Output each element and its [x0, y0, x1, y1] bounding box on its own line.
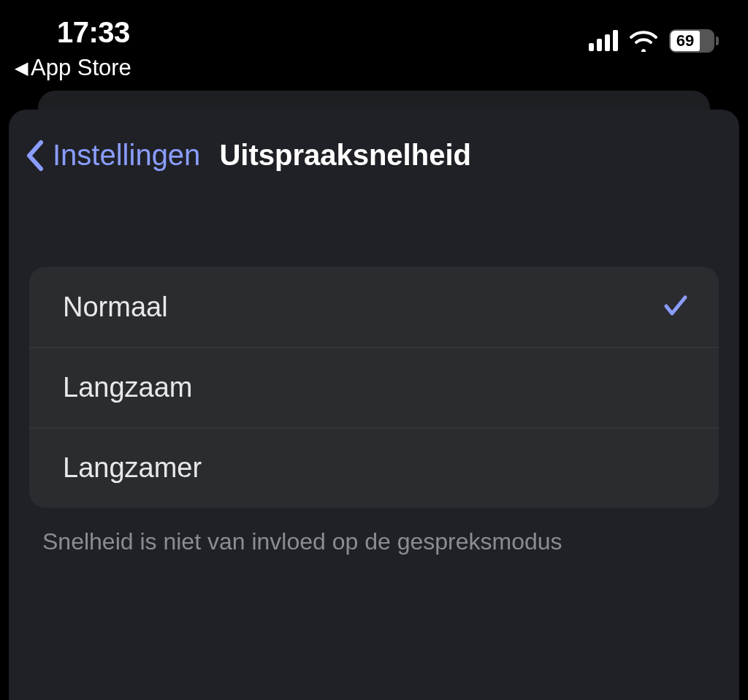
- back-to-app[interactable]: ◀ App Store: [15, 55, 131, 81]
- nav-header: Instellingen Uitspraaksnelheid: [9, 139, 739, 172]
- option-langzamer[interactable]: Langzamer: [29, 427, 719, 508]
- back-label[interactable]: Instellingen: [53, 139, 200, 172]
- checkmark-icon: [662, 292, 690, 322]
- option-label: Langzamer: [63, 452, 202, 484]
- back-to-app-label: App Store: [31, 55, 131, 81]
- clock: 17:33: [57, 16, 131, 49]
- battery-percentage: 69: [676, 31, 694, 50]
- status-bar: 17:33 ◀ App Store 69: [0, 0, 748, 51]
- battery-indicator: 69: [669, 29, 719, 53]
- option-label: Normaal: [63, 292, 168, 323]
- speed-options-list: Normaal Langzaam Langzamer: [29, 267, 719, 508]
- cellular-signal-icon: [589, 31, 618, 51]
- option-label: Langzaam: [63, 372, 192, 403]
- back-button[interactable]: [25, 140, 45, 172]
- option-normaal[interactable]: Normaal: [29, 267, 719, 347]
- footer-note: Snelheid is niet van invloed op de gespr…: [29, 528, 719, 555]
- chevron-left-icon: ◀: [15, 58, 28, 78]
- option-langzaam[interactable]: Langzaam: [29, 347, 719, 427]
- settings-sheet: Instellingen Uitspraaksnelheid Normaal L…: [9, 110, 739, 700]
- wifi-icon: [628, 30, 659, 52]
- page-title: Uitspraaksnelheid: [219, 139, 471, 172]
